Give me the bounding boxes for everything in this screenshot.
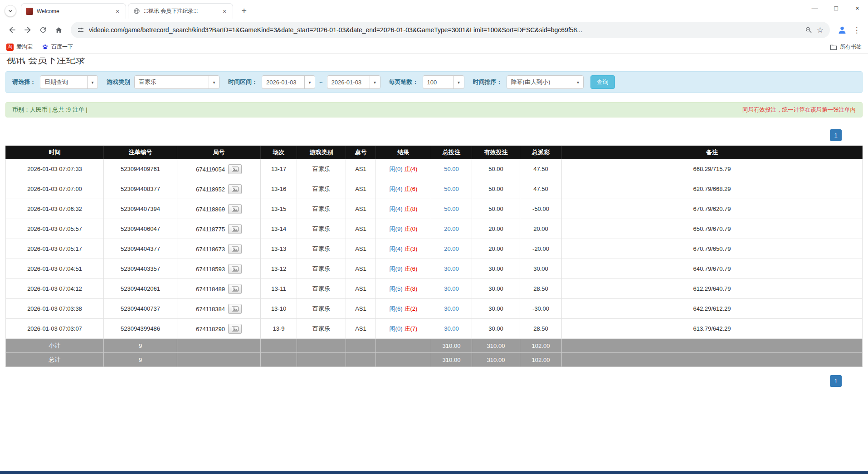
maximize-button[interactable]: □ [825, 0, 847, 16]
column-header: 结果 [376, 146, 431, 159]
picture-icon [232, 266, 239, 272]
summary-cell: 310.00 [431, 353, 472, 367]
cell-payout: 47.50 [520, 179, 562, 199]
summary-cell: 9 [104, 339, 177, 353]
bookmark-star-icon[interactable]: ☆ [817, 25, 824, 35]
video-replay-button[interactable] [228, 304, 242, 314]
back-arrow-icon [8, 25, 17, 34]
filter-bar: 请选择： 日期查询 ▾ 游戏类别 百家乐 ▾ 时间区间： 2026-01-03 … [5, 71, 863, 93]
all-bookmarks-button[interactable]: 所有书签 [830, 43, 862, 51]
video-replay-button[interactable] [228, 164, 242, 174]
tab-close-icon[interactable]: × [114, 8, 121, 15]
video-replay-button[interactable] [228, 324, 242, 334]
summary-cell [376, 353, 431, 367]
bookmark-taobao[interactable]: 淘 爱淘宝 [6, 43, 33, 51]
reload-button[interactable] [35, 22, 51, 38]
table-header-row: 时间注单编号局号场次游戏类别桌号结果总投注有效投注总派彩备注 [6, 146, 863, 159]
video-replay-button[interactable] [228, 224, 242, 234]
video-replay-button[interactable] [228, 184, 242, 194]
cell-time: 2026-01-03 07:04:12 [6, 279, 104, 299]
cell-round: 674119054 [177, 159, 261, 179]
summary-cell: 总计 [6, 353, 104, 367]
cell-table-no: AS1 [346, 199, 376, 219]
tab-close-icon[interactable]: × [221, 8, 228, 15]
cell-time: 2026-01-03 07:07:33 [6, 159, 104, 179]
query-type-select[interactable]: 日期查询 ▾ [40, 75, 98, 89]
date-start-value: 2026-01-03 [262, 76, 304, 88]
site-settings-icon[interactable] [77, 26, 84, 34]
video-replay-button[interactable] [228, 284, 242, 294]
cell-note: 668.29/715.79 [562, 159, 863, 179]
cell-payout: 30.00 [520, 259, 562, 279]
pagination-top: 1 [0, 129, 868, 141]
cell-game-kind: 百家乐 [297, 259, 346, 279]
profile-icon[interactable] [834, 22, 850, 38]
caret-down-icon: ▾ [454, 76, 464, 88]
forward-button[interactable] [20, 22, 35, 38]
cell-bet-id: 523094408377 [104, 179, 177, 199]
cell-time: 2026-01-03 07:05:57 [6, 219, 104, 239]
page-1-button[interactable]: 1 [830, 375, 842, 387]
zoom-icon[interactable] [805, 26, 812, 34]
result-banker: 庄(3) [405, 245, 418, 252]
total-bet-link[interactable]: 50.00 [444, 186, 459, 192]
baidu-paw-icon [42, 44, 49, 50]
bookmark-label: 百度一下 [51, 43, 73, 51]
cell-total-bet: 30.00 [431, 299, 472, 319]
url-text[interactable]: videoie.com/game/betrecord_search/kind3?… [89, 26, 800, 34]
table-row: 2026-01-03 07:06:32 523094407394 6741188… [6, 199, 863, 219]
search-button[interactable]: 查询 [590, 75, 615, 89]
picture-icon [232, 326, 239, 332]
picture-icon [232, 286, 239, 292]
total-bet-link[interactable]: 30.00 [444, 265, 459, 272]
tab-title: Welcome [37, 8, 110, 15]
total-bet-link[interactable]: 20.00 [444, 225, 459, 232]
game-kind-select[interactable]: 百家乐 ▾ [134, 75, 219, 89]
page-size-select[interactable]: 100 ▾ [423, 75, 464, 89]
query-type-label: 请选择： [12, 78, 36, 86]
total-bet-link[interactable]: 50.00 [444, 166, 459, 172]
close-window-button[interactable]: × [847, 0, 868, 16]
cell-note: 613.79/642.29 [562, 319, 863, 339]
cell-valid-bet: 30.00 [472, 279, 520, 299]
page-1-button[interactable]: 1 [830, 129, 842, 141]
cell-bet-id: 523094404377 [104, 239, 177, 259]
minimize-button[interactable]: — [804, 0, 825, 16]
date-end-select[interactable]: 2026-01-03 ▾ [327, 75, 380, 89]
cell-bet-id: 523094407394 [104, 199, 177, 219]
tab-bet-record[interactable]: :::视讯 会员下注纪录::: × [128, 3, 233, 19]
home-button[interactable] [51, 22, 66, 38]
cell-note: 670.79/620.79 [562, 199, 863, 219]
cell-total-bet: 50.00 [431, 199, 472, 219]
tab-list-chevron-button[interactable] [5, 5, 16, 17]
new-tab-button[interactable]: + [238, 5, 250, 17]
column-header: 游戏类别 [297, 146, 346, 159]
result-banker: 庄(4) [405, 166, 418, 172]
back-button[interactable] [5, 22, 20, 38]
cell-game-kind: 百家乐 [297, 179, 346, 199]
cell-bet-id: 523094409761 [104, 159, 177, 179]
total-bet-link[interactable]: 30.00 [444, 305, 459, 312]
total-bet-link[interactable]: 30.00 [444, 325, 459, 332]
sort-select[interactable]: 降幂(由大到小) ▾ [507, 75, 584, 89]
browser-menu-icon[interactable]: ⋮ [850, 22, 863, 38]
video-replay-button[interactable] [228, 244, 242, 254]
cell-result: 闲(6)庄(2) [376, 299, 431, 319]
video-replay-button[interactable] [228, 204, 242, 214]
address-bar[interactable]: videoie.com/game/betrecord_search/kind3?… [71, 22, 830, 38]
tab-strip: Welcome × :::视讯 会员下注纪录::: × + — □ × [0, 0, 868, 19]
date-start-select[interactable]: 2026-01-03 ▾ [262, 75, 315, 89]
total-bet-link[interactable]: 30.00 [444, 285, 459, 292]
cell-session: 13-13 [261, 239, 297, 259]
total-bet-link[interactable]: 50.00 [444, 205, 459, 212]
total-bet-link[interactable]: 20.00 [444, 245, 459, 252]
cell-table-no: AS1 [346, 219, 376, 239]
result-player: 闲(6) [390, 305, 403, 312]
cell-note: 642.29/612.29 [562, 299, 863, 319]
cell-note: 650.79/670.79 [562, 219, 863, 239]
video-replay-button[interactable] [228, 264, 242, 274]
bookmark-baidu[interactable]: 百度一下 [42, 43, 73, 51]
tab-welcome[interactable]: Welcome × [21, 3, 126, 19]
summary-cell: 9 [104, 353, 177, 367]
cell-result: 闲(4)庄(8) [376, 199, 431, 219]
